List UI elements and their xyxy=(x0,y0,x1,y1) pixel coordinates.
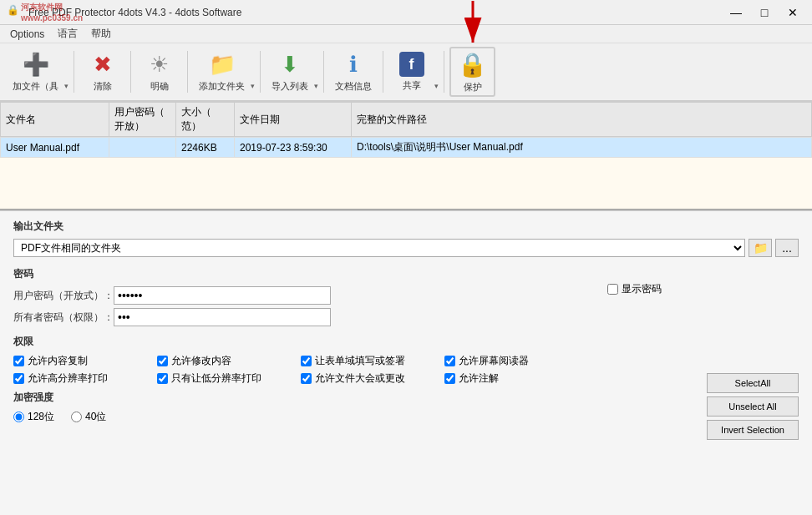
unselect-all-button[interactable]: Unselect All xyxy=(707,396,799,417)
perm-low-res-print[interactable]: 只有让低分辨率打印 xyxy=(157,371,294,386)
permissions-grid: 允许内容复制 允许修改内容 让表单域填写或签署 允许屏幕阅读器 允许高分辨率打印… xyxy=(13,354,581,386)
doc-info-icon: ℹ xyxy=(349,52,358,78)
protect-btn-container: 🔒 保护 xyxy=(449,47,495,97)
maximize-button[interactable]: □ xyxy=(752,4,777,21)
red-arrow xyxy=(460,1,485,53)
col-filename: 文件名 xyxy=(1,103,109,137)
menu-language[interactable]: 语言 xyxy=(51,25,84,43)
share-button[interactable]: f 共享 xyxy=(388,47,434,97)
add-folder-arrow[interactable]: ▾ xyxy=(251,82,255,97)
clear-button[interactable]: ✖ 清除 xyxy=(79,47,125,97)
add-file-button[interactable]: ➕ 加文件（具 xyxy=(7,47,64,97)
perm-form-fill[interactable]: 让表单域填写或签署 xyxy=(301,354,438,368)
share-arrow[interactable]: ▾ xyxy=(434,82,439,97)
lock-icon: 🔒 xyxy=(458,51,487,78)
output-folder-select[interactable]: PDF文件相同的文件夹 xyxy=(13,239,745,257)
share-label: 共享 xyxy=(403,79,421,92)
col-date: 文件日期 xyxy=(235,103,352,137)
user-password-label: 用户密码（开放式）： xyxy=(13,289,114,303)
show-password-checkbox[interactable] xyxy=(607,284,618,295)
sep3 xyxy=(187,51,188,93)
encryption-label: 加密强度 xyxy=(13,391,799,405)
table-row[interactable]: User Manual.pdf 2246KB 2019-07-23 8:59:3… xyxy=(1,138,812,158)
import-icon: ⬇ xyxy=(281,52,299,78)
output-folder-label: 输出文件夹 xyxy=(13,220,799,234)
cell-user-pwd xyxy=(109,138,176,158)
file-scroll-area[interactable]: User Manual.pdf 2246KB 2019-07-23 8:59:3… xyxy=(0,137,812,210)
toolbar: ➕ 加文件（具 ▾ ✖ 清除 ☀ 明确 📁 添加文件夹 ▾ ⬇ 导入列表 ▾ ℹ… xyxy=(0,43,812,102)
perm-modify-content[interactable]: 允许修改内容 xyxy=(157,354,294,368)
menu-help[interactable]: 帮助 xyxy=(84,25,118,43)
import-arrow[interactable]: ▾ xyxy=(314,82,318,97)
cell-filename: User Manual.pdf xyxy=(1,138,109,158)
share-icon: f xyxy=(399,52,424,77)
output-folder-row: PDF文件相同的文件夹 📁 ... xyxy=(13,239,799,257)
protect-button[interactable]: 🔒 保护 xyxy=(449,47,495,97)
add-folder-button[interactable]: 📁 添加文件夹 xyxy=(193,47,251,97)
add-folder-btn-group: 📁 添加文件夹 ▾ xyxy=(193,47,255,97)
col-size: 大小（范） xyxy=(176,103,235,137)
owner-password-input[interactable] xyxy=(114,308,331,326)
share-btn-group: f 共享 ▾ xyxy=(388,47,439,97)
owner-password-row: 所有者密码（权限）： xyxy=(13,308,799,326)
encryption-128-option[interactable]: 128位 xyxy=(13,410,54,424)
app-icon: 🔒 xyxy=(7,4,23,21)
close-button[interactable]: ✕ xyxy=(780,4,805,21)
import-label: 导入列表 xyxy=(272,80,308,93)
file-table-container: 文件名 用户密码（开放） 大小（范） 文件日期 完整的文件路径 User Man… xyxy=(0,102,812,210)
perm-copy-content[interactable]: 允许内容复制 xyxy=(13,354,150,368)
user-password-row: 用户密码（开放式）： xyxy=(13,286,799,305)
cell-date: 2019-07-23 8:59:30 xyxy=(235,138,352,158)
add-file-arrow[interactable]: ▾ xyxy=(64,82,69,97)
main-area: 文件名 用户密码（开放） 大小（范） 文件日期 完整的文件路径 User Man… xyxy=(0,102,812,515)
sep2 xyxy=(130,51,131,93)
sep1 xyxy=(74,51,74,93)
sep6 xyxy=(383,51,383,93)
bright-button[interactable]: ☀ 明确 xyxy=(136,47,182,97)
col-path: 完整的文件路径 xyxy=(352,103,812,137)
bright-label: 明确 xyxy=(150,80,169,93)
owner-password-label: 所有者密码（权限）： xyxy=(13,311,114,325)
output-folder-dots-button[interactable]: ... xyxy=(775,239,799,257)
add-folder-icon: 📁 xyxy=(209,52,236,78)
window-controls: — □ ✕ xyxy=(723,4,805,21)
bright-icon: ☀ xyxy=(150,52,169,78)
add-file-btn-group: ➕ 加文件（具 ▾ xyxy=(7,47,69,97)
select-all-button[interactable]: SelectAll xyxy=(707,373,799,393)
perm-high-res-print[interactable]: 允许高分辨率打印 xyxy=(13,371,150,386)
cell-size: 2246KB xyxy=(176,138,235,158)
show-password-label[interactable]: 显示密码 xyxy=(607,282,662,296)
perm-annotate[interactable]: 允许注解 xyxy=(444,371,581,386)
encryption-section: 加密强度 128位 40位 xyxy=(13,391,799,424)
sep7 xyxy=(444,51,444,93)
col-user-pwd: 用户密码（开放） xyxy=(109,103,176,137)
protect-label: 保护 xyxy=(464,81,482,93)
add-folder-label: 添加文件夹 xyxy=(199,80,245,93)
import-btn-group: ⬇ 导入列表 ▾ xyxy=(266,47,318,97)
perm-assemble[interactable]: 允许文件大会或更改 xyxy=(301,371,438,386)
import-button[interactable]: ⬇ 导入列表 xyxy=(266,47,314,97)
encryption-radio-row: 128位 40位 xyxy=(13,410,799,424)
sep5 xyxy=(323,51,324,93)
cell-path: D:\tools\桌面\说明书\User Manual.pdf xyxy=(352,138,812,158)
encryption-40-option[interactable]: 40位 xyxy=(71,410,106,424)
add-file-label: 加文件（具 xyxy=(13,80,58,93)
title-bar-text: Free PDF Protector 4dots V4.3 - 4dots So… xyxy=(28,7,723,18)
menu-bar: Options 语言 帮助 xyxy=(0,25,812,43)
password-section-label: 密码 xyxy=(13,267,799,281)
permissions-label: 权限 xyxy=(13,335,799,349)
invert-selection-button[interactable]: Invert Selection xyxy=(707,420,799,440)
sep4 xyxy=(260,51,261,93)
perm-screen-reader[interactable]: 允许屏幕阅读器 xyxy=(444,354,581,368)
clear-label: 清除 xyxy=(94,80,112,93)
user-password-input[interactable] xyxy=(114,286,331,305)
title-bar: 🔒 Free PDF Protector 4dots V4.3 - 4dots … xyxy=(0,0,812,25)
menu-options[interactable]: Options xyxy=(3,27,51,42)
add-file-icon: ➕ xyxy=(23,52,49,78)
doc-info-label: 文档信息 xyxy=(335,80,372,93)
password-section: 用户密码（开放式）： 所有者密码（权限）： xyxy=(13,286,799,326)
output-folder-browse-button[interactable]: 📁 xyxy=(749,239,772,257)
file-table: 文件名 用户密码（开放） 大小（范） 文件日期 完整的文件路径 xyxy=(0,102,812,137)
minimize-button[interactable]: — xyxy=(723,4,749,21)
doc-info-button[interactable]: ℹ 文档信息 xyxy=(329,47,378,97)
